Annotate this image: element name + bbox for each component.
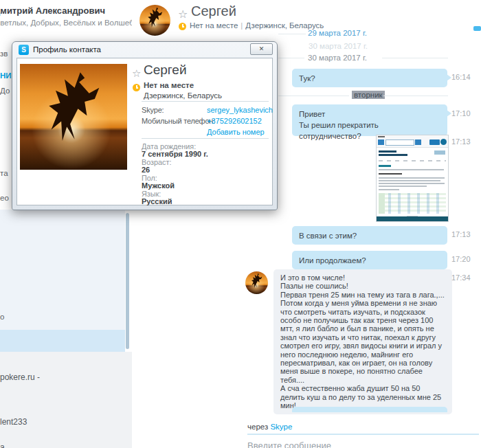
- message-bubble-partial: [292, 407, 447, 412]
- thumb-text-line: [379, 189, 399, 190]
- dialog-body: ☆ Сергей Нет на месте Дзержинск, Беларус…: [16, 58, 273, 205]
- self-mood-message: Светлых, Добрых, Весёлых и Волшебных Пра…: [0, 19, 132, 27]
- thumb-table-column: [379, 193, 385, 214]
- chat-scrollbar-thumb[interactable]: [473, 26, 481, 31]
- message-timestamp: 17:34: [451, 273, 471, 282]
- detail-value: 7 сентября 1990 г.: [142, 150, 208, 158]
- thumb-footer-bar: [377, 216, 448, 221]
- sidebar-scrollbar[interactable]: [126, 213, 129, 349]
- thumb-search-box: [385, 139, 414, 146]
- add-number-link[interactable]: Добавить номер: [207, 128, 265, 136]
- thumb-section-line: [379, 173, 402, 175]
- thumb-text-line: [379, 183, 445, 184]
- sidebar-list-area: [0, 352, 132, 448]
- thumb-columns-row: [379, 160, 446, 161]
- day-separator-highlighted: вторник: [352, 91, 385, 99]
- detail-value: Мужской: [142, 181, 175, 190]
- separator-line: [382, 58, 448, 58]
- separator-line: [278, 34, 306, 34]
- thumb-button: [378, 139, 384, 145]
- skype-login-link[interactable]: sergey_lykashevich: [207, 106, 273, 114]
- message-timestamp: 17:13: [451, 137, 471, 146]
- separator-line: [278, 58, 304, 58]
- detail-value: Русский: [142, 197, 172, 205]
- profile-location: Дзержинск, Беларусь: [144, 91, 222, 100]
- thumb-text-line: [379, 169, 444, 170]
- message-bubble-incoming: И это в том числе! Пазлы не сошлись! Пер…: [273, 269, 452, 414]
- contact-photo: [20, 64, 127, 170]
- sidebar-selected-row[interactable]: [0, 330, 125, 352]
- thumb-text-line: [379, 180, 440, 181]
- away-status-icon: [179, 23, 186, 30]
- message-bubble-outgoing: Или продолжаем?: [292, 251, 447, 269]
- thumb-title-line: [379, 154, 407, 156]
- thumb-text-line: [379, 186, 427, 187]
- contact-fragment[interactable]: До: [0, 87, 10, 95]
- thumb-data-table: [379, 193, 446, 214]
- message-input[interactable]: Введите сообщение: [247, 440, 331, 448]
- contact-avatar[interactable]: [139, 5, 170, 36]
- contact-fragment[interactable]: ео: [0, 194, 9, 202]
- message-bubble-outgoing: Тук?: [292, 69, 447, 87]
- contact-fragment[interactable]: зв: [0, 49, 8, 58]
- message-image-webpage-screenshot[interactable]: [376, 135, 449, 222]
- contact-name: Сергей: [191, 3, 236, 19]
- thumb-text-line: [378, 136, 385, 137]
- contact-status-line: Нет на месте|Дзержинск, Беларусь: [190, 21, 324, 30]
- message-timestamp: 17:13: [451, 230, 471, 238]
- detail-value: 26: [142, 166, 150, 174]
- thumb-avatar-circle: [440, 139, 447, 145]
- via-prefix: через: [247, 423, 268, 431]
- thumb-text-line: [379, 177, 445, 179]
- sidebar-panel: [0, 210, 125, 330]
- favorite-star-icon[interactable]: ☆: [178, 8, 188, 21]
- field-label: Мобильный телефон:: [142, 117, 215, 125]
- phone-number-link[interactable]: +375292602152: [207, 117, 262, 125]
- skype-logo-icon: S: [19, 45, 29, 55]
- thumb-section-line: [379, 165, 391, 167]
- profile-name: Сергей: [144, 63, 187, 78]
- contact-fragment[interactable]: а: [0, 443, 5, 448]
- date-separator: 30 марта 2017 г.: [308, 54, 367, 62]
- divider: [142, 101, 269, 102]
- thumb-button: [415, 139, 421, 145]
- sender-avatar[interactable]: [245, 271, 268, 294]
- away-status-icon: [133, 84, 140, 91]
- via-skype-link[interactable]: Skype: [270, 423, 292, 431]
- ghost-date: 30 марта 2017 г.: [309, 42, 368, 50]
- message-bubble-outgoing: Привет Ты решил прекратить сотрудничеств…: [292, 104, 447, 136]
- status-text: Нет на месте: [190, 21, 238, 30]
- contact-profile-dialog: S Профиль контакта ✕ ☆ Сергей Нет на мес…: [12, 41, 278, 210]
- thumb-header: [377, 135, 448, 148]
- contact-fragment[interactable]: о: [0, 313, 4, 321]
- contact-fragment[interactable]: lent233: [0, 417, 27, 427]
- message-timestamp: 17:10: [451, 109, 471, 117]
- close-icon[interactable]: ✕: [250, 43, 273, 55]
- message-bubble-outgoing: В связи с этим?: [292, 226, 447, 245]
- message-timestamp: 16:14: [451, 73, 471, 81]
- separator-line: [278, 96, 349, 96]
- status-divider: |: [238, 21, 245, 30]
- thumb-badge: [434, 150, 445, 155]
- profile-status: Нет на месте: [144, 81, 194, 89]
- via-skype-label: через Skype: [247, 423, 292, 431]
- thumb-button: [429, 139, 440, 145]
- separator-line: [383, 96, 448, 96]
- message-timestamp: 17:20: [451, 255, 471, 263]
- contact-fragment[interactable]: та: [0, 169, 8, 177]
- field-label: Skype:: [142, 106, 164, 114]
- dialog-title: Профиль контакта: [33, 45, 101, 54]
- divider: [142, 138, 269, 139]
- thumb-title-line: [379, 150, 396, 153]
- input-divider-line: [247, 434, 479, 435]
- sidebar-section-fragment[interactable]: НИ: [0, 71, 12, 80]
- favorite-star-icon[interactable]: ☆: [132, 67, 141, 80]
- sticky-date-header: 29 марта 2017 г.: [308, 29, 367, 37]
- contact-fragment[interactable]: pokere.ru -: [0, 372, 40, 382]
- self-name: Дмитрий Александрович: [0, 5, 105, 16]
